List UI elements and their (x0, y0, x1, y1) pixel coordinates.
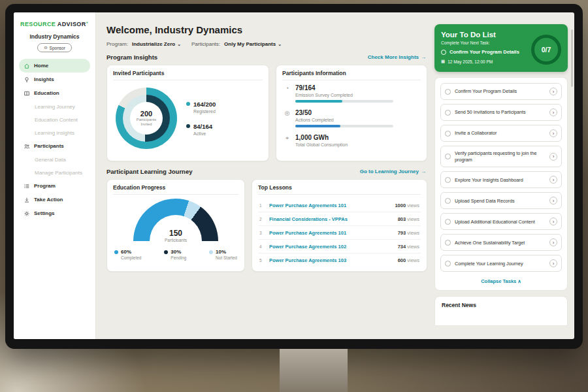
task-checkbox[interactable] (445, 131, 451, 137)
task-row[interactable]: Complete Your Learning Journey › (440, 255, 562, 272)
todo-next-task[interactable]: Confirm Your Program Details (441, 49, 527, 55)
task-row[interactable]: Send 50 Invitations to Participants › (440, 104, 562, 121)
lesson-row: 4 Power Purchase Agreements 102 734 view… (258, 240, 421, 253)
invited-participants-card: Invited Participants 200 Participants In… (106, 65, 269, 161)
arrow-right-icon: → (421, 54, 426, 60)
checkbox-icon[interactable] (441, 50, 446, 55)
task-checkbox[interactable] (445, 219, 451, 225)
sidebar: RESOURCE ADVISOR+ Industry Dynamics ⊙Spo… (14, 12, 96, 339)
org-name: Industry Dynamics (19, 33, 90, 40)
sidebar-item-manage-participants[interactable]: Manage Participants (19, 166, 90, 179)
sidebar-item-education[interactable]: Education (19, 86, 90, 100)
check-more-insights-link[interactable]: Check More Insights→ (368, 54, 426, 60)
collapse-caret-icon: ∧ (517, 278, 521, 284)
program-select[interactable]: Industrialize Zero⌄ (132, 41, 181, 47)
lesson-row: 2 Financial Considerations - VPPAs 803 v… (258, 212, 421, 226)
todo-progress-ring: 0/7 (531, 35, 561, 65)
scrollbar[interactable] (571, 29, 573, 87)
list-icon (24, 183, 30, 189)
chevron-right-icon[interactable]: › (549, 129, 557, 137)
task-row[interactable]: Achieve One Sustainability Target › (440, 234, 562, 251)
task-checkbox[interactable] (445, 261, 451, 267)
task-row[interactable]: Upload Spend Data Records › (440, 192, 562, 209)
gauge-legend: 60% Completed 30% Pending 10% (113, 242, 238, 262)
donut-legend: 164/200 Registered 84/164 Active (186, 101, 216, 136)
task-checkbox[interactable] (445, 240, 451, 246)
chevron-right-icon[interactable]: › (549, 259, 557, 267)
task-row[interactable]: Explore Your Insights Dashboard › (440, 171, 562, 188)
legend-dot-completed (114, 250, 118, 254)
chevron-right-icon[interactable]: › (549, 153, 557, 161)
arrow-right-icon: → (421, 169, 426, 174)
target-icon: ◎ (284, 110, 291, 116)
chevron-right-icon[interactable]: › (549, 176, 557, 184)
dashboard-screen: RESOURCE ADVISOR+ Industry Dynamics ⊙Spo… (14, 12, 574, 339)
task-row[interactable]: Confirm Your Program Details › (440, 83, 562, 100)
legend-dot-registered (186, 102, 190, 106)
todo-task-list: Confirm Your Program Details › Send 50 I… (434, 77, 568, 291)
sponsor-icon: ⊙ (44, 45, 47, 50)
chevron-right-icon[interactable]: › (549, 197, 557, 204)
app-logo: RESOURCE ADVISOR+ (19, 19, 90, 31)
lesson-link[interactable]: Power Purchase Agreements 103 (269, 257, 394, 263)
page-title: Welcome, Industry Dynamics (106, 24, 427, 35)
sidebar-item-insights[interactable]: Insights (19, 73, 90, 86)
participants-filter-label: Participants: (191, 41, 220, 47)
lesson-link[interactable]: Power Purchase Agreements 101 (269, 203, 391, 208)
monitor-frame: RESOURCE ADVISOR+ Industry Dynamics ⊙Spo… (5, 4, 583, 349)
lightbulb-icon (24, 76, 30, 83)
lesson-row: 3 Power Purchase Agreements 101 793 view… (258, 226, 421, 240)
chevron-right-icon[interactable]: › (549, 238, 557, 246)
sidebar-nav: Home Insights Education Learning Journey… (19, 59, 90, 220)
lesson-row: 5 Power Purchase Agreements 103 600 view… (258, 253, 421, 267)
collapse-tasks-link[interactable]: Collapse Tasks ∧ (440, 276, 562, 287)
download-icon (24, 197, 30, 203)
task-checkbox[interactable] (445, 154, 451, 159)
actions-progress-bar (295, 125, 393, 127)
sidebar-item-general-data[interactable]: General Data (19, 153, 90, 166)
chevron-right-icon[interactable]: › (549, 108, 557, 116)
task-row[interactable]: Verify participants requesting to join t… (440, 146, 562, 167)
legend-dot-not-started (209, 250, 213, 254)
sidebar-item-learning-insights[interactable]: Learning Insights (19, 126, 90, 139)
task-checkbox[interactable] (445, 89, 451, 95)
emission-progress-bar (295, 100, 393, 103)
go-to-learning-journey-link[interactable]: Go to Learning Journey→ (360, 169, 426, 174)
sidebar-item-program[interactable]: Program (19, 179, 90, 193)
lesson-link[interactable]: Power Purchase Agreements 102 (269, 244, 394, 250)
monitor-stand (280, 349, 348, 392)
lesson-link[interactable]: Power Purchase Agreements 101 (269, 230, 394, 236)
todo-summary-card: Your To Do List Complete Your Next Task:… (434, 24, 568, 72)
survey-icon: ◔ (284, 85, 291, 91)
task-checkbox[interactable] (445, 110, 451, 116)
task-checkbox[interactable] (445, 198, 451, 204)
book-icon (24, 90, 30, 97)
stat-actions-completed: ◎ 23/50 Actions Completed (284, 109, 421, 127)
main-column: Welcome, Industry Dynamics Program: Indu… (106, 18, 427, 339)
calendar-icon: ▦ (441, 59, 445, 64)
legend-dot-pending (164, 250, 168, 254)
chevron-down-icon: ⌄ (278, 42, 282, 47)
recent-news-title: Recent News (442, 302, 561, 308)
sidebar-item-take-action[interactable]: Take Action (19, 193, 90, 206)
education-progress-card: Education Progress 150 Participants (106, 179, 245, 272)
chevron-right-icon[interactable]: › (549, 218, 557, 225)
participants-select[interactable]: Only My Participants⌄ (224, 41, 282, 47)
sidebar-item-education-content[interactable]: Education Content (19, 113, 90, 126)
task-row[interactable]: Invite a Collaborator › (440, 125, 562, 142)
home-icon (24, 63, 30, 69)
sidebar-item-participants[interactable]: Participants (19, 139, 90, 153)
sponsor-badge: ⊙Sponsor (37, 43, 72, 52)
lesson-link[interactable]: Financial Considerations - VPPAs (269, 216, 394, 222)
task-checkbox[interactable] (445, 177, 451, 183)
sidebar-item-home[interactable]: Home (19, 59, 90, 73)
task-row[interactable]: Upload Additional Educational Content › (440, 213, 562, 230)
lesson-row: 1 Power Purchase Agreements 101 1000 vie… (258, 199, 421, 212)
participants-information-card: Participants Information ◔ 79/164 Emissi… (276, 65, 427, 161)
gear-icon (24, 210, 30, 217)
sidebar-item-learning-journey[interactable]: Learning Journey (19, 100, 90, 113)
program-insights-title: Program Insights (106, 54, 157, 61)
people-icon (24, 143, 30, 150)
sidebar-item-settings[interactable]: Settings (19, 206, 90, 220)
chevron-right-icon[interactable]: › (549, 88, 557, 95)
